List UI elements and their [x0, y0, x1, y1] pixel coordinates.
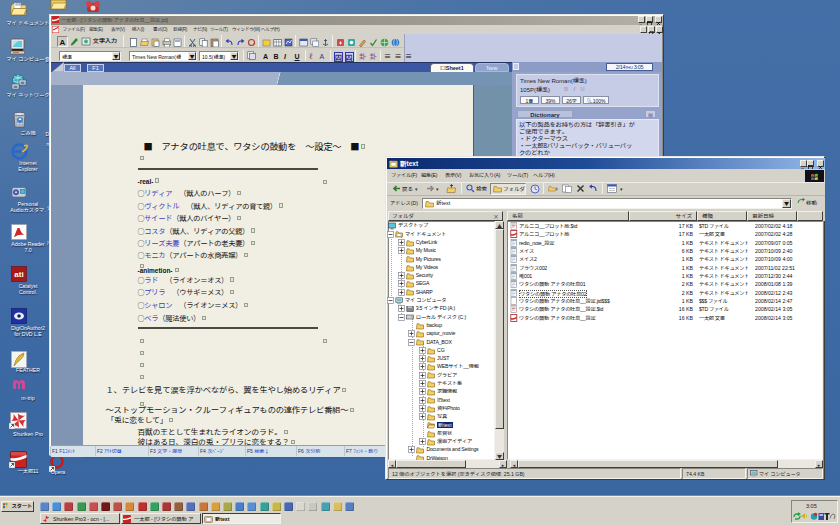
svg-text:ati: ati [14, 268, 23, 279]
